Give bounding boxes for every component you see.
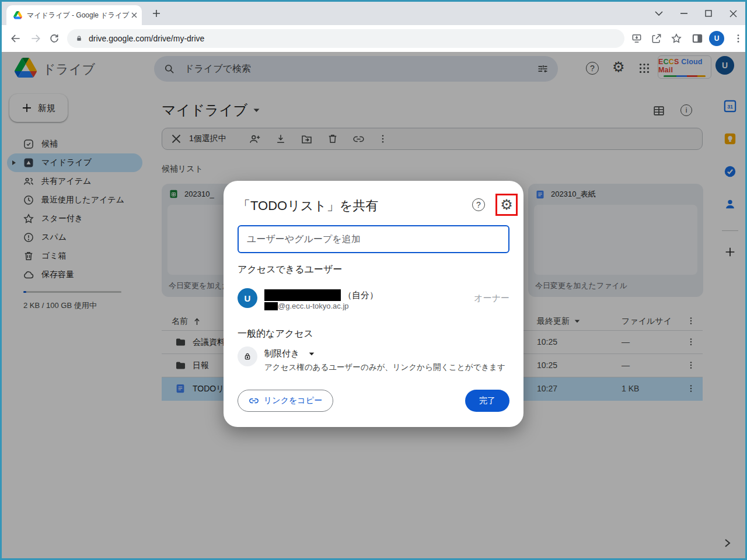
- reload-button[interactable]: [48, 33, 60, 44]
- owner-role-label: オーナー: [474, 293, 509, 304]
- install-icon[interactable]: [631, 33, 643, 44]
- general-access-heading: 一般的なアクセス: [238, 328, 313, 340]
- browser-toolbar: drive.google.com/drive/my-drive U: [2, 25, 745, 52]
- new-tab-button[interactable]: [152, 9, 160, 18]
- owner-email-row: @g.ecc.u-tokyo.ac.jp: [264, 302, 349, 310]
- back-button[interactable]: [10, 33, 22, 44]
- tab-strip: マイドライブ - Google ドライブ: [2, 2, 745, 25]
- owner-self-label: （自分）: [343, 290, 378, 301]
- restricted-label: 制限付き: [264, 348, 299, 359]
- dialog-title: 「TODOリスト」を共有: [238, 197, 378, 215]
- share-settings-gear-icon[interactable]: ⚙: [500, 198, 513, 212]
- done-button[interactable]: 完了: [465, 390, 509, 412]
- url-text: drive.google.com/drive/my-drive: [89, 34, 204, 43]
- browser-profile-avatar[interactable]: U: [709, 31, 724, 46]
- copy-link-label: リンクをコピー: [264, 396, 322, 406]
- forward-button[interactable]: [30, 33, 41, 44]
- redacted-owner-name: [264, 289, 341, 301]
- owner-email-suffix: @g.ecc.u-tokyo.ac.jp: [278, 302, 349, 310]
- highlight-box: ⚙: [495, 194, 518, 216]
- lock-restricted-icon: [238, 346, 257, 366]
- redacted-email-prefix: [264, 302, 278, 310]
- restricted-dropdown[interactable]: 制限付き: [264, 348, 315, 359]
- side-panel-icon[interactable]: [692, 33, 703, 44]
- maximize-button[interactable]: [705, 10, 712, 17]
- lock-icon: [75, 34, 83, 43]
- bookmark-star-icon[interactable]: [671, 33, 682, 44]
- access-users-heading: アクセスできるユーザー: [238, 264, 342, 276]
- drive-favicon: [13, 11, 22, 19]
- owner-name-row: （自分）: [264, 289, 378, 301]
- minimize-button[interactable]: [680, 13, 687, 14]
- browser-window: マイドライブ - Google ドライブ drive.google.com/dr…: [0, 0, 747, 560]
- tab-search-icon[interactable]: [655, 11, 663, 16]
- browser-menu-icon[interactable]: [732, 33, 744, 44]
- browser-tab[interactable]: マイドライブ - Google ドライブ: [6, 5, 142, 25]
- drive-page: ドライブ ? ⚙ ECCS Cloud Mail U 新規 候補: [2, 52, 745, 558]
- restricted-description: アクセス権のあるユーザーのみが、リンクから開くことができます: [264, 362, 505, 373]
- copy-link-button[interactable]: リンクをコピー: [238, 390, 333, 412]
- share-dialog: 「TODOリスト」を共有 ? ⚙ アクセスできるユーザー U （自分） @g.e…: [224, 181, 523, 427]
- tab-title: マイドライブ - Google ドライブ: [27, 10, 131, 20]
- owner-avatar: U: [238, 288, 257, 308]
- share-icon[interactable]: [651, 33, 662, 44]
- add-people-input[interactable]: [238, 225, 509, 253]
- close-button[interactable]: [729, 10, 737, 18]
- dialog-help-icon[interactable]: ?: [472, 198, 485, 211]
- link-icon: [249, 396, 259, 406]
- dropdown-caret-icon: [309, 352, 315, 356]
- address-bar[interactable]: drive.google.com/drive/my-drive: [67, 29, 624, 48]
- tab-close-icon[interactable]: [131, 12, 137, 18]
